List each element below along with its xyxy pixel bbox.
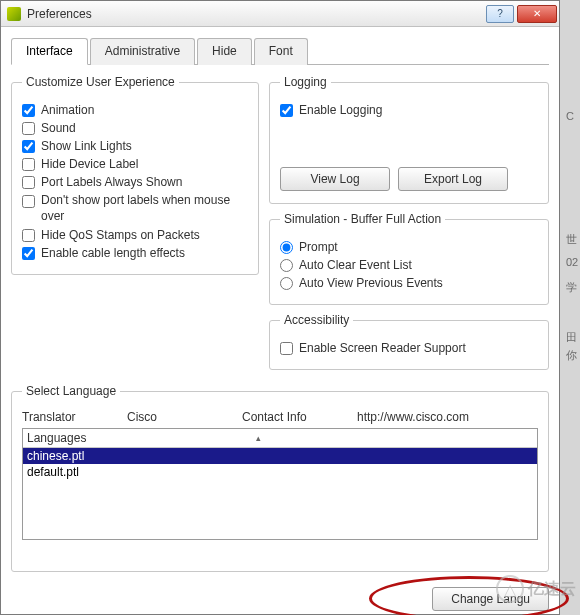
- hide-device-label-row[interactable]: Hide Device Label: [22, 157, 248, 171]
- preferences-window: Preferences ? ✕ Interface Administrative…: [0, 0, 560, 615]
- tab-interface[interactable]: Interface: [11, 38, 88, 65]
- hide-qos-checkbox[interactable]: [22, 229, 35, 242]
- language-list[interactable]: Languages ▴ chinese.ptl default.ptl: [22, 428, 538, 540]
- sim-auto-view-label: Auto View Previous Events: [299, 276, 443, 290]
- sim-auto-clear-label: Auto Clear Event List: [299, 258, 412, 272]
- accessibility-legend: Accessibility: [280, 313, 353, 327]
- sim-auto-clear-radio[interactable]: [280, 259, 293, 272]
- port-labels-always-checkbox[interactable]: [22, 176, 35, 189]
- cable-length-label: Enable cable length effects: [41, 246, 185, 260]
- dont-show-port-hover-row[interactable]: Don't show port labels when mouse over: [22, 193, 248, 224]
- tab-administrative[interactable]: Administrative: [90, 38, 195, 65]
- sim-prompt-row[interactable]: Prompt: [280, 240, 538, 254]
- screen-reader-label: Enable Screen Reader Support: [299, 341, 466, 355]
- change-language-button[interactable]: Change Langu: [432, 587, 549, 611]
- port-labels-always-row[interactable]: Port Labels Always Shown: [22, 175, 248, 189]
- hide-device-label-label: Hide Device Label: [41, 157, 138, 171]
- customize-legend: Customize User Experience: [22, 75, 179, 89]
- language-group: Select Language Translator Cisco Contact…: [11, 384, 549, 572]
- close-button[interactable]: ✕: [517, 5, 557, 23]
- background-edge: C 世 02 学 田 你: [560, 0, 580, 615]
- logging-group: Logging Enable Logging View Log Export L…: [269, 75, 549, 204]
- animation-row[interactable]: Animation: [22, 103, 248, 117]
- accessibility-group: Accessibility Enable Screen Reader Suppo…: [269, 313, 549, 370]
- animation-label: Animation: [41, 103, 94, 117]
- sim-prompt-radio[interactable]: [280, 241, 293, 254]
- app-icon: [7, 7, 21, 21]
- sim-auto-clear-row[interactable]: Auto Clear Event List: [280, 258, 538, 272]
- sound-checkbox[interactable]: [22, 122, 35, 135]
- cable-length-row[interactable]: Enable cable length effects: [22, 246, 248, 260]
- screen-reader-checkbox[interactable]: [280, 342, 293, 355]
- language-legend: Select Language: [22, 384, 120, 398]
- cable-length-checkbox[interactable]: [22, 247, 35, 260]
- sim-auto-view-row[interactable]: Auto View Previous Events: [280, 276, 538, 290]
- help-button[interactable]: ?: [486, 5, 514, 23]
- screen-reader-row[interactable]: Enable Screen Reader Support: [280, 341, 538, 355]
- sim-auto-view-radio[interactable]: [280, 277, 293, 290]
- simulation-legend: Simulation - Buffer Full Action: [280, 212, 445, 226]
- customize-group: Customize User Experience Animation Soun…: [11, 75, 259, 275]
- show-link-lights-row[interactable]: Show Link Lights: [22, 139, 248, 153]
- show-link-lights-label: Show Link Lights: [41, 139, 132, 153]
- sound-row[interactable]: Sound: [22, 121, 248, 135]
- tab-hide[interactable]: Hide: [197, 38, 252, 65]
- header-translator: Translator: [22, 410, 127, 424]
- titlebar: Preferences ? ✕: [1, 1, 559, 27]
- view-log-button[interactable]: View Log: [280, 167, 390, 191]
- hide-qos-row[interactable]: Hide QoS Stamps on Packets: [22, 228, 248, 242]
- hide-device-label-checkbox[interactable]: [22, 158, 35, 171]
- header-url: http://www.cisco.com: [357, 410, 538, 424]
- hide-qos-label: Hide QoS Stamps on Packets: [41, 228, 200, 242]
- dont-show-port-hover-label: Don't show port labels when mouse over: [41, 193, 248, 224]
- enable-logging-row[interactable]: Enable Logging: [280, 103, 538, 117]
- list-column-header-label: Languages: [27, 431, 86, 445]
- port-labels-always-label: Port Labels Always Shown: [41, 175, 182, 189]
- list-item[interactable]: default.ptl: [23, 464, 537, 480]
- enable-logging-label: Enable Logging: [299, 103, 382, 117]
- logging-legend: Logging: [280, 75, 331, 89]
- list-column-header[interactable]: Languages ▴: [23, 429, 537, 448]
- header-cisco: Cisco: [127, 410, 242, 424]
- list-item[interactable]: chinese.ptl: [23, 448, 537, 464]
- animation-checkbox[interactable]: [22, 104, 35, 117]
- sim-prompt-label: Prompt: [299, 240, 338, 254]
- window-title: Preferences: [27, 7, 486, 21]
- language-headers: Translator Cisco Contact Info http://www…: [22, 408, 538, 426]
- sort-indicator-icon: ▴: [256, 433, 261, 443]
- sound-label: Sound: [41, 121, 76, 135]
- export-log-button[interactable]: Export Log: [398, 167, 508, 191]
- header-contact: Contact Info: [242, 410, 357, 424]
- simulation-group: Simulation - Buffer Full Action Prompt A…: [269, 212, 549, 305]
- tab-bar: Interface Administrative Hide Font: [11, 37, 549, 65]
- enable-logging-checkbox[interactable]: [280, 104, 293, 117]
- dont-show-port-hover-checkbox[interactable]: [22, 195, 35, 208]
- tab-font[interactable]: Font: [254, 38, 308, 65]
- show-link-lights-checkbox[interactable]: [22, 140, 35, 153]
